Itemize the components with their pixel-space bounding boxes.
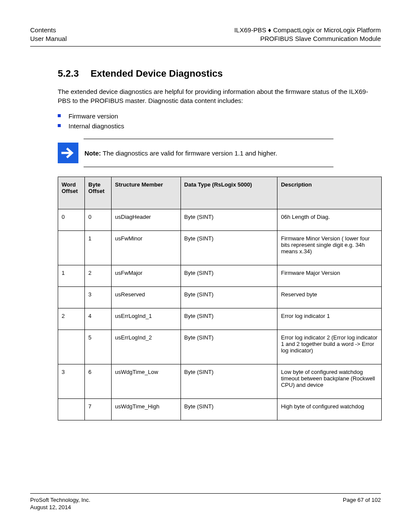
cell: 4 [85, 308, 112, 330]
cell: Byte (SINT) [181, 364, 277, 399]
footer-company: ProSoft Technology, Inc. [30, 496, 90, 504]
cell [58, 231, 85, 265]
diagnostics-table: Word Offset Byte Offset Structure Member… [58, 177, 382, 420]
header-left: Contents User Manual [30, 26, 67, 44]
table-row: 1 2 usFwMajor Byte (SINT) Firmware Major… [58, 265, 382, 287]
cell: 1 [85, 231, 112, 265]
footer-right: Page 67 of 102 [343, 496, 381, 511]
cell: 0 [58, 209, 85, 231]
section-number: 5.2.3 [58, 68, 88, 79]
cell: 3 [58, 364, 85, 399]
cell: usWdgTime_Low [112, 364, 181, 399]
footer-left: ProSoft Technology, Inc. August 12, 2014 [30, 496, 90, 511]
cell [58, 399, 85, 420]
table-row: 3 6 usWdgTime_Low Byte (SINT) Low byte o… [58, 364, 382, 399]
arrow-right-icon [58, 143, 78, 163]
cell: usDiagHeader [112, 209, 181, 231]
list-item: Internal diagnostics [58, 121, 381, 131]
footer-date: August 12, 2014 [30, 504, 90, 511]
table-header-row: Word Offset Byte Offset Structure Member… [58, 177, 382, 209]
cell: usWdgTime_High [112, 399, 181, 420]
cell: 06h Length of Diag. [277, 209, 382, 231]
note-text: Note: The diagnostics are valid for firm… [84, 149, 277, 157]
header-contents: Contents [30, 26, 67, 34]
table-body: 0 0 usDiagHeader Byte (SINT) 06h Length … [58, 209, 382, 420]
cell: Low byte of configured watchdog timeout … [277, 364, 382, 399]
note-block: Note: The diagnostics are valid for firm… [58, 139, 381, 167]
cell: usReserved [112, 287, 181, 308]
cell: Byte (SINT) [181, 231, 277, 265]
bullet-icon [58, 124, 61, 127]
cell: Error log indicator 1 [277, 308, 382, 330]
note-label: Note: [84, 149, 101, 157]
cell: Firmware Minor Version ( lower four bits… [277, 231, 382, 265]
cell: 1 [58, 265, 85, 287]
section-heading: 5.2.3 Extended Device Diagnostics [58, 68, 381, 79]
header-module: PROFIBUS Slave Communication Module [234, 34, 381, 43]
col-header: Data Type (RsLogix 5000) [181, 177, 277, 209]
table-row: 1 usFwMinor Byte (SINT) Firmware Minor V… [58, 231, 382, 265]
cell: Byte (SINT) [181, 399, 277, 420]
bullet-icon [58, 114, 61, 117]
section-title-text: Extended Device Diagnostics [90, 68, 223, 79]
page-header: Contents User Manual ILX69-PBS ♦ Compact… [30, 26, 381, 44]
cell: Byte (SINT) [181, 308, 277, 330]
col-header: Word Offset [58, 177, 85, 209]
cell: Byte (SINT) [181, 287, 277, 308]
cell: Error log indicator 2 (Error log indicat… [277, 330, 382, 364]
cell: 3 [85, 287, 112, 308]
page: Contents User Manual ILX69-PBS ♦ Compact… [0, 0, 411, 532]
col-header: Structure Member [112, 177, 181, 209]
header-right: ILX69-PBS ♦ CompactLogix or MicroLogix P… [234, 26, 381, 44]
cell: 0 [85, 209, 112, 231]
table-row: 5 usErrLogInd_2 Byte (SINT) Error log in… [58, 330, 382, 364]
col-header: Description [277, 177, 382, 209]
note-row: Note: The diagnostics are valid for firm… [58, 139, 381, 167]
cell: Firmware Major Version [277, 265, 382, 287]
col-header: Byte Offset [85, 177, 112, 209]
cell [58, 330, 85, 364]
table-row: 0 0 usDiagHeader Byte (SINT) 06h Length … [58, 209, 382, 231]
table-row: 3 usReserved Byte (SINT) Reserved byte [58, 287, 382, 308]
cell: 6 [85, 364, 112, 399]
cell: Reserved byte [277, 287, 382, 308]
cell: 5 [85, 330, 112, 364]
cell: 7 [85, 399, 112, 420]
cell: usErrLogInd_1 [112, 308, 181, 330]
cell: usErrLogInd_2 [112, 330, 181, 364]
table-row: 7 usWdgTime_High Byte (SINT) High byte o… [58, 399, 382, 420]
table-row: 2 4 usErrLogInd_1 Byte (SINT) Error log … [58, 308, 382, 330]
header-manual: User Manual [30, 34, 67, 43]
cell: 2 [58, 308, 85, 330]
footer-rule [30, 493, 381, 494]
bullet-text: Internal diagnostics [68, 121, 124, 131]
header-rule [30, 46, 381, 47]
cell: usFwMajor [112, 265, 181, 287]
cell: 2 [85, 265, 112, 287]
intro-paragraph: The extended device diagnostics are help… [58, 87, 381, 106]
note-body: The diagnostics are valid for firmware v… [103, 149, 277, 157]
bullet-text: Firmware version [68, 112, 118, 121]
cell: Byte (SINT) [181, 265, 277, 287]
cell [58, 287, 85, 308]
list-item: Firmware version [58, 112, 381, 121]
header-product: ILX69-PBS ♦ CompactLogix or MicroLogix P… [234, 26, 381, 34]
cell: usFwMinor [112, 231, 181, 265]
footer-page: Page 67 of 102 [343, 496, 381, 504]
footer-row: ProSoft Technology, Inc. August 12, 2014… [30, 496, 381, 511]
cell: High byte of configured watchdog [277, 399, 382, 420]
cell: Byte (SINT) [181, 330, 277, 364]
cell: Byte (SINT) [181, 209, 277, 231]
note-rule-bottom [84, 167, 333, 167]
page-footer: ProSoft Technology, Inc. August 12, 2014… [30, 493, 381, 511]
bullet-list: Firmware version Internal diagnostics [58, 112, 381, 131]
